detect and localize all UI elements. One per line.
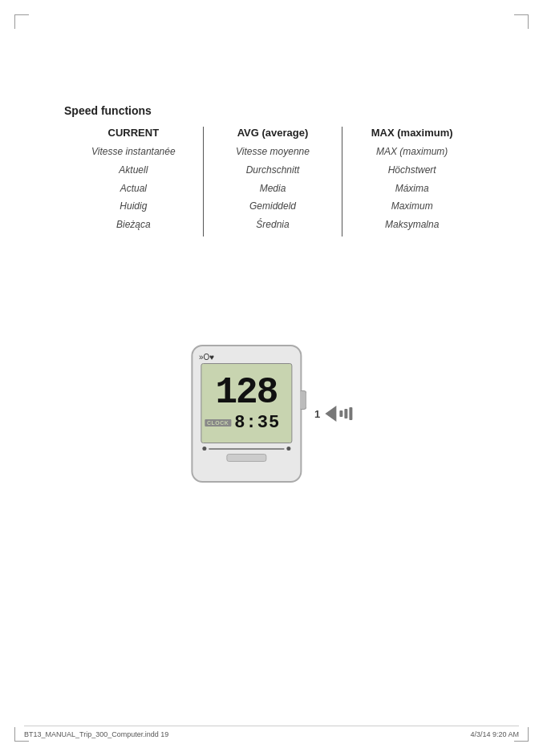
col-item-current-1: Aktuell <box>69 164 198 177</box>
dot-1 <box>202 447 206 451</box>
col-item-avg-3: Gemiddeld <box>209 200 338 213</box>
signal-triangle-icon <box>325 406 336 422</box>
footer: BT13_MANUAL_Trip_300_Computer.indd 19 4/… <box>24 726 519 738</box>
corner-mark-tl <box>14 14 29 29</box>
col-item-current-4: Bieżąca <box>69 218 198 232</box>
signal-area: 1 <box>314 406 352 422</box>
col-item-max-2: Máxima <box>347 182 476 196</box>
speed-functions-table: CURRENT Vitesse instantanée Aktuell Actu… <box>64 127 481 237</box>
dot-line <box>209 448 284 450</box>
col-item-current-2: Actual <box>69 182 198 196</box>
device-side-button[interactable] <box>300 390 306 410</box>
display-time: 8:35 <box>234 413 280 433</box>
device-icons-text: »O♥ <box>199 353 214 362</box>
col-item-current-0: Vitesse instantanée <box>69 145 198 159</box>
main-number-value: 128 <box>215 372 277 414</box>
col-item-avg-2: Media <box>209 182 338 196</box>
col-header-max: MAX (maximum) <box>347 127 476 139</box>
signal-bar-3 <box>349 407 352 420</box>
col-item-avg-0: Vitesse moyenne <box>209 145 338 159</box>
column-current: CURRENT Vitesse instantanée Aktuell Actu… <box>64 127 204 237</box>
column-max: MAX (maximum) MAX (maximum) Höchstwert M… <box>342 127 481 237</box>
section-title: Speed functions <box>64 104 495 117</box>
col-item-avg-1: Durchschnitt <box>209 164 338 177</box>
main-content: Speed functions CURRENT Vitesse instanta… <box>64 104 495 237</box>
col-item-max-1: Höchstwert <box>347 164 476 177</box>
dot-2 <box>286 447 290 451</box>
device-screen: 128 CLOCK 8:35 <box>201 363 292 443</box>
col-header-avg: AVG (average) <box>209 127 338 139</box>
bike-computer-device: »O♥ 128 CLOCK 8:35 <box>191 345 302 483</box>
device-top-icons: »O♥ <box>199 353 214 362</box>
col-item-max-4: Maksymalna <box>347 218 476 232</box>
column-avg: AVG (average) Vitesse moyenne Durchschni… <box>204 127 343 237</box>
footer-filename: BT13_MANUAL_Trip_300_Computer.indd 19 <box>24 730 168 738</box>
display-sub-row: CLOCK 8:35 <box>205 413 288 433</box>
signal-bar-2 <box>344 409 347 418</box>
clock-label: CLOCK <box>205 419 231 427</box>
signal-bars <box>339 407 352 420</box>
signal-number: 1 <box>314 408 320 420</box>
corner-mark-tr <box>514 14 529 29</box>
col-item-max-3: Maximum <box>347 200 476 213</box>
device-bottom-row <box>199 447 294 451</box>
col-item-avg-4: Średnia <box>209 218 338 232</box>
display-main-number: 128 <box>215 372 277 414</box>
col-header-current: CURRENT <box>69 127 198 139</box>
col-item-max-0: MAX (maximum) <box>347 145 476 159</box>
footer-datetime: 4/3/14 9:20 AM <box>470 730 519 738</box>
main-number-container: 128 <box>215 374 277 411</box>
col-item-current-3: Huidig <box>69 200 198 213</box>
device-area: »O♥ 128 CLOCK 8:35 1 <box>191 345 352 483</box>
signal-bar-1 <box>339 410 342 417</box>
device-bottom-button[interactable] <box>226 454 266 462</box>
